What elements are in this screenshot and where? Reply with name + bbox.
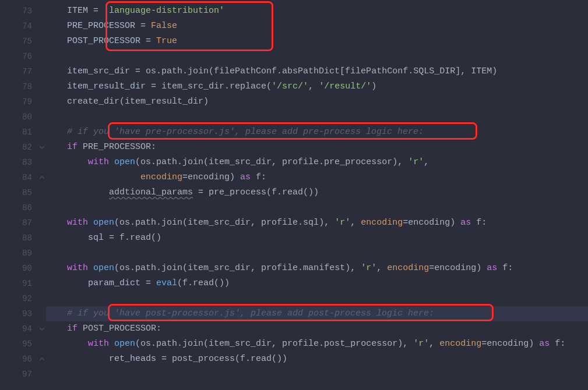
token: POST_PROCESSOR: bbox=[83, 324, 161, 334]
fold-marker[interactable] bbox=[38, 170, 46, 185]
code-line[interactable]: PRE_PROCESSOR = False bbox=[46, 19, 588, 34]
fold-marker[interactable] bbox=[38, 79, 46, 94]
code-line[interactable]: item_src_dir = os.path.join(filePathConf… bbox=[46, 64, 588, 79]
code-line[interactable] bbox=[46, 246, 588, 261]
line-number: 76 bbox=[0, 49, 32, 64]
code-line[interactable]: with open(os.path.join(item_src_dir, pro… bbox=[46, 215, 588, 231]
token bbox=[46, 6, 67, 16]
line-number: 94 bbox=[0, 321, 32, 336]
code-line[interactable]: if PRE_PROCESSOR: bbox=[46, 140, 588, 155]
code-line[interactable]: # if you 'have post-processor.js', pleas… bbox=[46, 306, 588, 321]
line-number: 90 bbox=[0, 261, 32, 276]
fold-marker[interactable] bbox=[38, 34, 46, 49]
token: item_src_dir.replace( bbox=[161, 81, 272, 91]
token: = bbox=[151, 81, 161, 91]
line-number: 95 bbox=[0, 336, 32, 352]
token: True bbox=[156, 36, 177, 46]
code-line[interactable]: addtional_params = pre_process(f.read()) bbox=[46, 185, 588, 200]
code-line[interactable] bbox=[46, 291, 588, 306]
token: , bbox=[272, 157, 282, 167]
token bbox=[46, 127, 67, 137]
code-line[interactable] bbox=[46, 49, 588, 64]
token bbox=[46, 324, 67, 334]
token bbox=[46, 142, 67, 152]
token: create_dir(item_result_dir) bbox=[67, 97, 209, 107]
code-line[interactable]: ret_heads = post_process(f.read()) bbox=[46, 352, 588, 367]
token: 'language-distribution' bbox=[104, 6, 224, 16]
fold-marker[interactable] bbox=[38, 291, 46, 306]
token: sql bbox=[88, 233, 109, 243]
token: POST_PROCESSOR bbox=[67, 36, 146, 46]
fold-marker[interactable] bbox=[38, 306, 46, 321]
token bbox=[46, 66, 67, 76]
fold-marker[interactable] bbox=[38, 215, 46, 231]
token: , bbox=[251, 263, 261, 273]
line-number: 82 bbox=[0, 140, 32, 155]
code-line[interactable]: if POST_PROCESSOR: bbox=[46, 321, 588, 336]
token: as bbox=[487, 263, 502, 273]
fold-marker[interactable] bbox=[38, 367, 46, 382]
line-number: 85 bbox=[0, 185, 32, 200]
line-number: 89 bbox=[0, 246, 32, 261]
token bbox=[46, 157, 88, 167]
fold-marker[interactable] bbox=[38, 321, 46, 336]
token: (f.read()) bbox=[177, 278, 230, 288]
code-line[interactable] bbox=[46, 109, 588, 125]
code-line[interactable]: with open(os.path.join(item_src_dir, pro… bbox=[46, 336, 588, 352]
token: '/src/' bbox=[272, 81, 308, 91]
fold-marker[interactable] bbox=[38, 261, 46, 276]
line-number: 74 bbox=[0, 19, 32, 34]
code-line[interactable]: # if you 'have pre-processor.js', please… bbox=[46, 125, 588, 140]
code-line[interactable]: sql = f.read() bbox=[46, 231, 588, 246]
code-line[interactable]: with open(os.path.join(item_src_dir, pro… bbox=[46, 261, 588, 276]
code-area[interactable]: ITEM = 'language-distribution' PRE_PROCE… bbox=[46, 0, 588, 390]
code-line[interactable]: encoding=encoding) as f: bbox=[46, 170, 588, 185]
token: =encoding) bbox=[481, 339, 539, 349]
fold-marker[interactable] bbox=[38, 336, 46, 352]
code-line[interactable]: param_dict = eval(f.read()) bbox=[46, 276, 588, 291]
code-line[interactable]: with open(os.path.join(item_src_dir, pro… bbox=[46, 155, 588, 170]
token: open bbox=[93, 263, 114, 273]
token: , bbox=[397, 157, 408, 167]
token: 'r' bbox=[335, 218, 350, 228]
fold-marker[interactable] bbox=[38, 109, 46, 125]
fold-marker[interactable] bbox=[38, 231, 46, 246]
token: , bbox=[272, 339, 282, 349]
fold-marker[interactable] bbox=[38, 200, 46, 215]
code-line[interactable]: item_result_dir = item_src_dir.replace('… bbox=[46, 79, 588, 94]
token: = bbox=[146, 36, 156, 46]
token: =encoding) bbox=[403, 218, 460, 228]
fold-marker[interactable] bbox=[38, 352, 46, 367]
token: (os.path.join(item_src_dir bbox=[114, 218, 251, 228]
line-number: 78 bbox=[0, 79, 32, 94]
token: addtional_params bbox=[109, 187, 193, 197]
code-editor[interactable]: 7374757677787980818283848586878889909192… bbox=[0, 0, 588, 390]
fold-marker[interactable] bbox=[38, 140, 46, 155]
fold-marker[interactable] bbox=[38, 185, 46, 200]
line-number: 77 bbox=[0, 64, 32, 79]
fold-marker[interactable] bbox=[38, 3, 46, 19]
token: eval bbox=[156, 278, 177, 288]
fold-marker[interactable] bbox=[38, 246, 46, 261]
fold-marker[interactable] bbox=[38, 94, 46, 109]
fold-marker[interactable] bbox=[38, 49, 46, 64]
code-line[interactable] bbox=[46, 367, 588, 382]
token: as bbox=[539, 339, 555, 349]
fold-marker[interactable] bbox=[38, 125, 46, 140]
fold-marker[interactable] bbox=[38, 19, 46, 34]
fold-marker[interactable] bbox=[38, 155, 46, 170]
token bbox=[46, 233, 88, 243]
code-line[interactable] bbox=[46, 200, 588, 215]
code-line[interactable]: create_dir(item_result_dir) bbox=[46, 94, 588, 109]
token: = pre_process(f.read()) bbox=[193, 187, 319, 197]
code-line[interactable]: ITEM = 'language-distribution' bbox=[46, 3, 588, 19]
fold-marker[interactable] bbox=[38, 64, 46, 79]
token: ) bbox=[371, 81, 376, 91]
token: , bbox=[429, 339, 439, 349]
token: = bbox=[140, 21, 151, 31]
token: ret_heads bbox=[109, 354, 161, 364]
fold-column bbox=[38, 0, 46, 390]
code-line[interactable]: POST_PROCESSOR = True bbox=[46, 34, 588, 49]
line-number: 87 bbox=[0, 215, 32, 231]
fold-marker[interactable] bbox=[38, 276, 46, 291]
